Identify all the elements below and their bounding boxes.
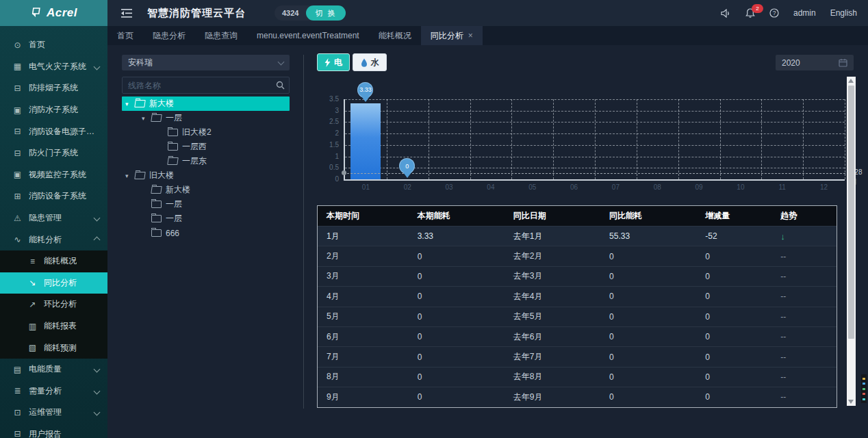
- panel-divider: [303, 55, 304, 409]
- y-axis-label: 2: [313, 129, 339, 137]
- switch-button[interactable]: 切 换: [306, 5, 345, 21]
- chart-box-icon: ▧: [27, 343, 38, 352]
- x-axis-label: 02: [397, 183, 418, 191]
- table-cell: 0: [600, 372, 696, 382]
- tab-同比分析[interactable]: 同比分析×: [421, 26, 483, 45]
- main-content: 安科瑞 ▾新大楼▾一层旧大楼2一层西一层东▾旧大楼新大楼一层一层666 电: [107, 45, 868, 438]
- trend-cell: --: [771, 312, 837, 322]
- warning-icon: ⚠: [12, 214, 23, 223]
- sidebar-item-消防设备电源子系统[interactable]: ⊟消防设备电源子系统: [0, 120, 107, 142]
- v-gridline: [387, 99, 387, 179]
- table-cell: 0: [600, 252, 696, 261]
- folder-open-icon: [151, 186, 162, 194]
- table-cell: 0: [696, 312, 771, 322]
- water-button[interactable]: 水: [353, 53, 387, 71]
- trend-down-icon: ↓: [771, 231, 837, 242]
- tree-node-旧大楼2[interactable]: 旧大楼2: [122, 125, 290, 140]
- table-cell: 1月: [318, 231, 409, 242]
- v-gridline: [470, 99, 471, 179]
- table-cell: 0: [409, 332, 505, 342]
- tree-node-一层[interactable]: ▾一层: [122, 111, 290, 125]
- bell-icon[interactable]: 2: [745, 8, 755, 18]
- sidebar-item-环比分析[interactable]: ↗环比分析: [0, 294, 107, 315]
- tree-node-label: 一层东: [182, 155, 207, 167]
- help-icon[interactable]: ?: [769, 8, 779, 18]
- organization-select[interactable]: 安科瑞: [122, 55, 290, 70]
- volume-icon[interactable]: [721, 9, 731, 18]
- sidebar-item-能耗报表[interactable]: ▥能耗报表: [0, 315, 107, 337]
- sidebar-item-消防水子系统[interactable]: ▣消防水子系统: [0, 99, 107, 121]
- table-cell: 2月: [318, 250, 409, 262]
- sidebar-item-首页[interactable]: ⊙首页: [0, 34, 107, 56]
- scroll-up-icon[interactable]: [848, 79, 854, 83]
- sidebar-item-视频监控子系统[interactable]: ▣视频监控子系统: [0, 164, 107, 186]
- tree-node-一层西[interactable]: 一层西: [122, 140, 290, 154]
- sidebar-item-同比分析[interactable]: ↘同比分析: [0, 272, 107, 294]
- user-menu[interactable]: admin: [793, 8, 816, 18]
- tree-node-label: 旧大楼: [149, 170, 174, 181]
- table-row: 7月0去年7月00--: [318, 346, 837, 366]
- sidebar-item-能耗概况[interactable]: ≡能耗概况: [0, 250, 107, 272]
- search-input[interactable]: [123, 81, 271, 90]
- trend-cell: --: [771, 392, 837, 402]
- tree-node-旧大楼[interactable]: ▾旧大楼: [122, 168, 290, 183]
- sidebar-item-需量分析[interactable]: ≣需量分析: [0, 381, 107, 402]
- sidebar-item-label: 电气火灾子系统: [29, 61, 86, 73]
- logo: Acrel: [0, 0, 107, 26]
- sidebar-item-防火门子系统[interactable]: ⊟防火门子系统: [0, 142, 107, 164]
- tree-node-label: 一层: [166, 112, 182, 124]
- folder-open-icon: [167, 157, 179, 165]
- scroll-down-icon[interactable]: [848, 400, 854, 404]
- tree-node-label: 666: [166, 229, 179, 238]
- sidebar-item-隐患管理[interactable]: ⚠隐患管理: [0, 207, 107, 229]
- tree-node-新大楼[interactable]: ▾新大楼: [122, 96, 290, 111]
- tab-menu.event.eventTreatment[interactable]: menu.event.eventTreatment: [247, 26, 369, 45]
- tab-隐患查询[interactable]: 隐患查询: [195, 26, 247, 45]
- svg-text:?: ?: [773, 10, 776, 16]
- electric-button[interactable]: 电: [317, 53, 350, 71]
- table-cell: 0: [600, 272, 696, 281]
- sidebar-item-防排烟子系统[interactable]: ⊟防排烟子系统: [0, 77, 107, 99]
- bar-month-01: [350, 103, 381, 179]
- search-icon[interactable]: [271, 81, 289, 90]
- sidebar-item-用户报告[interactable]: ⊟用户报告: [0, 424, 107, 438]
- water-button-label: 水: [371, 57, 379, 68]
- average-line: [344, 173, 849, 174]
- sidebar: Acrel ⊙首页▦电气火灾子系统⊟防排烟子系统▣消防水子系统⊟消防设备电源子系…: [0, 0, 107, 438]
- language-switcher[interactable]: English: [830, 8, 857, 18]
- content-scrollbar[interactable]: [847, 77, 856, 406]
- count-badge: 4324: [275, 9, 306, 17]
- chevron-down-icon: [94, 409, 101, 416]
- calendar-icon: [839, 58, 847, 67]
- tab-能耗概况[interactable]: 能耗概况: [369, 26, 421, 45]
- tree-node-新大楼[interactable]: 新大楼: [122, 183, 290, 197]
- table-row: 2月0去年2月00--: [318, 246, 837, 266]
- table-cell: 去年4月: [505, 291, 600, 302]
- table-cell: 0: [409, 372, 505, 382]
- tab-首页[interactable]: 首页: [107, 26, 143, 45]
- sidebar-item-运维管理[interactable]: ⊡运维管理: [0, 402, 107, 424]
- year-picker[interactable]: 2020: [776, 55, 854, 70]
- v-gridline: [720, 99, 721, 179]
- tab-隐患分析[interactable]: 隐患分析: [143, 26, 195, 45]
- tree-node-666[interactable]: 666: [122, 226, 290, 240]
- mini-dot: [863, 398, 865, 400]
- sidebar-item-消防设备子系统[interactable]: ⊞消防设备子系统: [0, 185, 107, 207]
- sidebar-item-电气火灾子系统[interactable]: ▦电气火灾子系统: [0, 56, 107, 78]
- column-header: 趋势: [771, 210, 837, 222]
- table-cell: 去年6月: [505, 331, 600, 343]
- column-header: 本期能耗: [409, 210, 505, 222]
- sidebar-item-能耗预测[interactable]: ▧能耗预测: [0, 337, 107, 359]
- table-cell: 0: [696, 392, 771, 402]
- organization-select-value: 安科瑞: [128, 57, 153, 68]
- tree-node-一层[interactable]: 一层: [122, 211, 290, 226]
- menu-fold-icon[interactable]: [121, 9, 132, 18]
- sidebar-item-能耗分析[interactable]: ∿能耗分析: [0, 229, 107, 250]
- sidebar-item-电能质量[interactable]: ▤电能质量: [0, 359, 107, 381]
- close-icon[interactable]: ×: [468, 31, 473, 40]
- tree-node-一层[interactable]: 一层: [122, 197, 290, 211]
- sidebar-item-label: 能耗概况: [44, 255, 77, 267]
- scrollbar-thumb[interactable]: [848, 86, 854, 339]
- tree-node-一层东[interactable]: 一层东: [122, 154, 290, 168]
- table-cell: 3月: [318, 270, 409, 282]
